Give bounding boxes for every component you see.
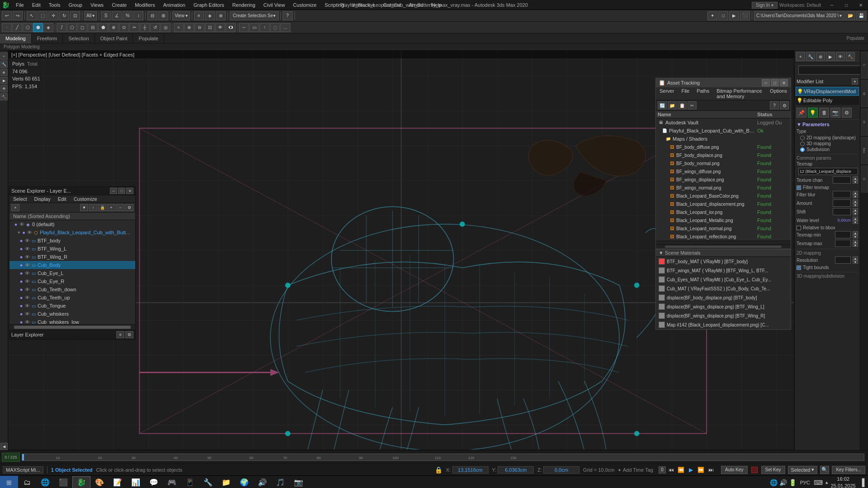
at-close-btn[interactable]: ✕ [780,79,788,86]
taskbar-app13[interactable]: 🔊 [253,476,271,488]
at-help-btn[interactable]: ? [770,101,779,109]
texmap-max-input[interactable]: 1,0 [835,240,851,247]
mat-row[interactable]: BTF_body_MAT ( VRayMtl ) [BTF_body] [656,257,791,266]
se-vis-default[interactable]: ● [13,222,19,227]
menu-file[interactable]: File [12,1,28,9]
radio-subdivision[interactable]: Subdivision [800,147,858,152]
filter-blur-input[interactable]: 0,001 [833,191,851,198]
se-row-btf_body[interactable]: ● 👁 ▭ BTF_body [9,237,135,245]
constraint-face-btn[interactable]: ▭ [249,23,259,32]
se-vis2-cub_whiskers[interactable]: 👁 [24,311,30,317]
at-row-vault[interactable]: 🏛 Autodesk Vault Logged Ou [656,118,791,127]
inset-btn[interactable]: ⊟ [88,23,98,32]
bevel-btn[interactable]: ⬡ [67,23,77,32]
at-menu-file[interactable]: File [678,87,693,100]
fr-create-panel[interactable]: C [861,52,868,79]
at-row-bf-body-normal-png[interactable]: 🖼 BF_body_normal.png Found [667,159,791,167]
filter-texmap-row[interactable]: ✓ Filter texmap [797,185,858,190]
bridge-btn[interactable]: ⬟ [98,23,108,32]
key-filters-btn[interactable]: Key Filters... [832,466,865,474]
shift-down[interactable]: ▼ [853,212,858,215]
target-weld-btn[interactable]: ⊙ [119,23,129,32]
next-frame-btn[interactable]: ⏩ [697,465,706,474]
at-materials-expand[interactable]: ▼ [659,250,665,256]
move-btn[interactable]: ✛ [48,11,58,20]
select-region-btn[interactable]: ⬚ [38,11,47,20]
tray-volume[interactable]: 🔊 [779,479,787,486]
prev-frame-btn[interactable]: ⏪ [677,465,686,474]
se-row-default[interactable]: ● 👁 ◈ 0 (default) [9,220,135,228]
at-row-bf-wings-displace-png[interactable]: 🖼 BF_wings_displace.png Found [667,175,791,184]
fr-display-panel[interactable]: D [861,166,868,193]
se-row-cub_eye_r[interactable]: ● 👁 ▭ Cub_Eye_R [9,277,135,285]
rp-hierarchy-btn[interactable]: ⊕ [816,52,825,61]
at-hscroll-thumb[interactable] [665,246,782,248]
taskbar-app6[interactable]: 📊 [127,476,145,488]
at-row-bf-body-displace-png[interactable]: 🖼 BF_body_displace.png Found [667,151,791,159]
layers-btn[interactable]: ≡ [194,11,204,20]
attach-btn[interactable]: ⊕ [184,23,194,32]
unhide-all-btn[interactable]: 👁‍🗨 [226,23,236,32]
resolution-input[interactable]: 512 [835,256,851,264]
fr-hierarchy-panel[interactable]: H [861,109,868,136]
rp-camera-btn[interactable]: 📷 [830,108,840,118]
selected-dropdown[interactable]: Selected▾ [788,466,818,474]
ls-modify-btn[interactable]: 🔧 [0,61,8,68]
se-scrollbar[interactable] [9,324,135,330]
taskbar-app11[interactable]: 📁 [217,476,235,488]
tmin-down[interactable]: ▼ [853,235,858,238]
se-vis-cub_tongue[interactable]: ● [19,303,24,308]
sign-in-button[interactable]: Sign In ▾ [752,2,778,9]
at-row-black-leopard-reflection-png[interactable]: 🖼 Black_Leopard_reflection.png Found [667,232,791,241]
render-prod-btn[interactable]: ⬛ [740,11,750,20]
se-vis2-cub_eye_r[interactable]: 👁 [24,279,30,284]
at-row-bf-wings-diffuse-png[interactable]: 🖼 BF_wings_diffuse.png Found [667,167,791,175]
se-vis-cub_eye_r[interactable]: ● [19,279,24,284]
se-menu-customize[interactable]: Customize [70,195,101,203]
taskbar-3dsmax[interactable]: 🐉 [72,476,90,488]
blur-down[interactable]: ▼ [853,194,858,198]
minimize-button[interactable]: ─ [825,0,839,10]
modifier-list-dropdown[interactable]: ▾ [852,78,858,85]
se-row-leopard[interactable]: ▼ ● 👁 ⬡ Playful_Black_Leopard_Cub_with_B… [9,228,135,237]
shift-input[interactable]: 0,0cm [833,208,851,215]
amount-up[interactable]: ▲ [853,199,858,203]
at-menu-server[interactable]: Server [656,87,678,100]
amount-down[interactable]: ▼ [853,203,858,207]
tab-selection[interactable]: Selection [63,33,95,43]
at-row-black-leopard-basecolor-png[interactable]: 🖼 Black_Leopard_BaseColor.png Found [667,192,791,200]
rp-trash-btn[interactable]: 🗑 [819,108,829,118]
se-vis-btf_body[interactable]: ● [19,238,24,243]
tmax-up[interactable]: ▲ [853,240,858,243]
at-maximize-btn[interactable]: □ [771,79,779,86]
snap-toggle[interactable]: S [101,11,111,20]
texmap-min-input[interactable]: 0,0 [835,231,851,238]
constraint-edge-btn[interactable]: ─ [239,23,249,32]
chamfer-btn[interactable]: ◻ [77,23,87,32]
taskbar-app15[interactable]: 📷 [289,476,308,488]
rp-pin-btn[interactable]: 📌 [797,108,806,118]
ls-create-btn[interactable]: + [0,52,8,60]
at-row-bf-wings-normal-png[interactable]: 🖼 BF_wings_normal.png Found [667,184,791,192]
se-vis-cub_teeth_down[interactable]: ● [19,287,24,292]
amount-input[interactable]: 0,3cm [833,199,851,207]
go-end-btn[interactable]: ⏭ [707,465,716,474]
rp-gear-btn[interactable]: ⚙ [842,108,852,118]
go-start-btn[interactable]: ⏮ [667,465,676,474]
tray-keyboard[interactable]: ⌨ [814,479,823,486]
lock-icon[interactable]: 🔒 [435,466,442,474]
language-indicator[interactable]: РУС [798,480,812,485]
se-vis2-cub_eye_l[interactable]: 👁 [24,270,30,276]
hierarchy-btn[interactable]: ⊕ [216,11,226,20]
tight-bounds-row[interactable]: ✓ Tight bounds [797,265,858,270]
menu-modifiers[interactable]: Modifiers [131,1,159,9]
at-settings-btn[interactable]: ⚙ [780,101,789,109]
tab-freeform[interactable]: Freeform [32,33,63,43]
se-config-btn[interactable]: ⚙ [125,204,133,211]
se-row-cub_tongue[interactable]: ● 👁 ▭ Cub_Tongue [9,302,135,310]
tex-chan-down[interactable]: ▼ [853,180,858,184]
smoothing-btn[interactable]: ◌ [270,23,280,32]
poly-border-btn[interactable]: ⬡ [23,23,33,32]
at-row-black-leopard-ior-png[interactable]: 🖼 Black_Leopard_ior.png Found [667,208,791,216]
at-minimize-btn[interactable]: ─ [762,79,770,86]
